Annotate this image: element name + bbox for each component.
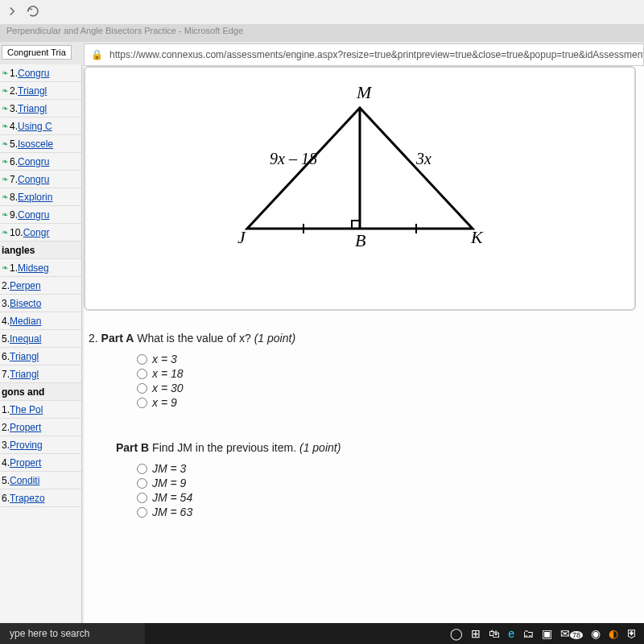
- radio-button[interactable]: [137, 369, 147, 379]
- answer-option[interactable]: JM = 54: [137, 491, 644, 504]
- sidebar-item[interactable]: 2. Propert: [0, 419, 81, 436]
- answer-option[interactable]: JM = 3: [137, 462, 644, 475]
- triangle-figure: M 9x – 18 3x J B K: [85, 76, 634, 261]
- vertex-B: B: [355, 230, 365, 250]
- sidebar-header: gons and: [0, 383, 81, 401]
- question-2b-heading: Part B Find JM in the previous item. (1 …: [116, 441, 644, 454]
- firefox-icon[interactable]: ◐: [609, 627, 618, 640]
- window-title: Perpendicular and Angle Bisectors Practi…: [0, 24, 644, 42]
- radio-button[interactable]: [137, 493, 147, 503]
- sidebar-item[interactable]: 5. Inequal: [0, 330, 81, 348]
- browser-tab[interactable]: Congruent Tria: [2, 45, 72, 60]
- sidebar-item[interactable]: 2. Perpen: [0, 277, 81, 295]
- sidebar-item[interactable]: ❧5. Isoscele: [0, 135, 81, 153]
- sidebar-header: iangles: [0, 242, 81, 259]
- sidebar-item[interactable]: 4. Median: [0, 312, 81, 330]
- mail-icon[interactable]: ✉78: [560, 627, 583, 640]
- taskbar-search[interactable]: ype here to search: [0, 623, 145, 644]
- address-bar[interactable]: 🔒 https://www.connexus.com/assessments/e…: [84, 43, 644, 66]
- edge-icon[interactable]: e: [508, 627, 514, 640]
- windows-taskbar[interactable]: ype here to search ◯ ⊞ 🛍 e 🗂 ▣ ✉78 ◉ ◐ ⛨: [0, 623, 644, 644]
- sidebar-item[interactable]: ❧2. Triangl: [0, 82, 81, 100]
- outline-sidebar: ❧1. Congru❧2. Triangl❧3. Triangl❧4. Usin…: [0, 64, 82, 623]
- answer-option[interactable]: x = 30: [137, 382, 644, 394]
- explorer-icon[interactable]: 🗂: [522, 627, 534, 640]
- vertex-J: J: [237, 227, 246, 247]
- sidebar-item[interactable]: ❧3. Triangl: [0, 100, 81, 118]
- sidebar-item[interactable]: ❧6. Congru: [0, 153, 81, 171]
- radio-button[interactable]: [137, 464, 147, 474]
- label-left: 9x – 18: [270, 150, 317, 167]
- answer-option[interactable]: x = 3: [137, 353, 644, 365]
- sidebar-item[interactable]: 5. Conditi: [0, 472, 81, 489]
- forward-icon[interactable]: [5, 4, 19, 21]
- question-2a-heading: 2. Part A What is the value of x? (1 poi…: [89, 332, 644, 345]
- radio-button[interactable]: [137, 383, 147, 394]
- radio-button[interactable]: [137, 398, 147, 408]
- radio-button[interactable]: [137, 354, 147, 365]
- sidebar-item[interactable]: 1. The Pol: [0, 401, 81, 419]
- sidebar-item[interactable]: ❧10. Congr: [0, 224, 81, 242]
- sidebar-item[interactable]: ❧8. Explorin: [0, 188, 81, 206]
- url-text: https://www.connexus.com/assessments/eng…: [109, 49, 643, 60]
- cortana-icon[interactable]: ◯: [450, 627, 463, 640]
- sidebar-item[interactable]: ❧4. Using C: [0, 118, 81, 135]
- sidebar-item[interactable]: 4. Propert: [0, 454, 81, 472]
- answer-option[interactable]: x = 9: [137, 396, 644, 409]
- radio-button[interactable]: [137, 478, 147, 489]
- chrome-icon[interactable]: ◉: [591, 627, 601, 640]
- sidebar-item[interactable]: 6. Trapezo: [0, 489, 81, 507]
- sidebar-item[interactable]: 6. Triangl: [0, 348, 81, 365]
- app-icon[interactable]: ▣: [542, 627, 552, 640]
- store-icon[interactable]: 🛍: [489, 627, 500, 640]
- defender-icon[interactable]: ⛨: [626, 627, 638, 640]
- answer-option[interactable]: x = 18: [137, 367, 644, 380]
- radio-button[interactable]: [137, 507, 147, 518]
- sidebar-item[interactable]: ❧9. Congru: [0, 206, 81, 224]
- sidebar-item[interactable]: 3. Proving: [0, 436, 81, 454]
- vertex-M: M: [356, 82, 373, 102]
- sidebar-item[interactable]: ❧1. Midseg: [0, 259, 81, 277]
- refresh-icon[interactable]: [26, 4, 40, 21]
- browser-toolbar: [0, 0, 644, 24]
- answer-option[interactable]: JM = 9: [137, 477, 644, 489]
- sidebar-item[interactable]: 3. Bisecto: [0, 295, 81, 312]
- taskview-icon[interactable]: ⊞: [471, 627, 481, 640]
- label-right: 3x: [415, 150, 431, 167]
- figure-panel: M 9x – 18 3x J B K: [84, 66, 636, 311]
- vertex-K: K: [470, 227, 484, 247]
- answer-option[interactable]: JM = 63: [137, 506, 644, 518]
- sidebar-item[interactable]: ❧7. Congru: [0, 171, 81, 188]
- sidebar-item[interactable]: ❧1. Congru: [0, 64, 81, 82]
- content-area: M 9x – 18 3x J B K 2. Part A What is the…: [84, 66, 644, 623]
- lock-icon: 🔒: [91, 49, 103, 60]
- sidebar-item[interactable]: 7. Triangl: [0, 365, 81, 383]
